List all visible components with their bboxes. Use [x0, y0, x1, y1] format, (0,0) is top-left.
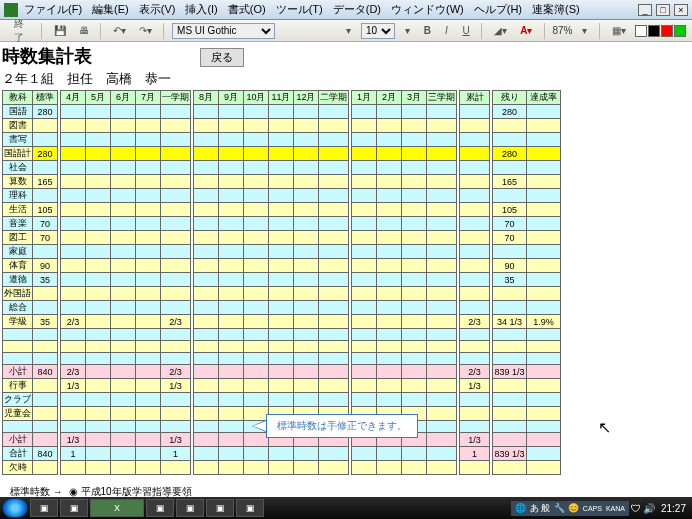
taskbar: ▣ ▣ X ▣ ▣ ▣ ▣ 🌐 あ 般 🔧 😊 CAPS KANA 🛡 🔊 21…: [0, 497, 692, 519]
back-button[interactable]: 戻る: [200, 48, 244, 67]
taskbar-item[interactable]: ▣: [146, 499, 174, 517]
color-palette[interactable]: [635, 25, 686, 37]
fill-color-icon[interactable]: ◢▾: [490, 23, 510, 38]
start-button[interactable]: [2, 498, 28, 518]
taskbar-item[interactable]: ▣: [176, 499, 204, 517]
taskbar-item[interactable]: X: [90, 499, 144, 517]
menu-insert[interactable]: 挿入(I): [185, 2, 217, 17]
taskbar-item[interactable]: ▣: [60, 499, 88, 517]
menu-edit[interactable]: 編集(E): [92, 2, 129, 17]
toolbar: 終了 💾 🖶 ↶▾ ↷▾ MS UI Gothic ▾ 10 ▾ B I U ◢…: [0, 20, 692, 42]
menu-view[interactable]: 表示(V): [139, 2, 176, 17]
italic-icon[interactable]: I: [440, 23, 452, 38]
menu-file[interactable]: ファイル(F): [24, 2, 82, 17]
minimize-button[interactable]: _: [638, 4, 652, 16]
redo-icon[interactable]: ↷▾: [135, 23, 155, 38]
font-size-select[interactable]: 10: [361, 23, 395, 39]
restore-button[interactable]: □: [656, 4, 670, 16]
menu-bar: ファイル(F) 編集(E) 表示(V) 挿入(I) 書式(O) ツール(T) デ…: [0, 0, 692, 20]
tray-icon[interactable]: 🛡: [631, 503, 641, 514]
font-select[interactable]: MS UI Gothic: [172, 23, 274, 39]
font-color-icon[interactable]: A▾: [516, 23, 535, 38]
callout: 標準時数は手修正できます。: [252, 414, 418, 438]
menu-data[interactable]: データ(D): [333, 2, 381, 17]
taskbar-item[interactable]: ▣: [30, 499, 58, 517]
subtitle: ２年１組 担任 高橋 恭一: [2, 70, 690, 88]
menu-format[interactable]: 書式(O): [228, 2, 266, 17]
clock: 21:27: [661, 503, 686, 514]
ime-bar[interactable]: 🌐 あ 般 🔧 😊 CAPS KANA: [511, 501, 629, 516]
menu-tool[interactable]: ツール(T): [276, 2, 323, 17]
print-icon[interactable]: 🖶: [75, 23, 92, 38]
menu-tsushin[interactable]: 連案簿(S): [532, 2, 580, 17]
zoom-value[interactable]: 87%: [552, 25, 572, 36]
page-title: 時数集計表: [2, 44, 690, 68]
underline-icon[interactable]: U: [458, 23, 473, 38]
border-icon[interactable]: ▦▾: [608, 23, 629, 38]
undo-icon[interactable]: ↶▾: [109, 23, 129, 38]
save-icon[interactable]: 💾: [50, 23, 69, 38]
bold-icon[interactable]: B: [420, 23, 435, 38]
taskbar-item[interactable]: ▣: [236, 499, 264, 517]
taskbar-item[interactable]: ▣: [206, 499, 234, 517]
close-button[interactable]: ×: [674, 4, 688, 16]
tray-icon[interactable]: 🔊: [643, 503, 655, 514]
menu-help[interactable]: ヘルプ(H): [474, 2, 522, 17]
menu-window[interactable]: ウィンドウ(W): [391, 2, 464, 17]
